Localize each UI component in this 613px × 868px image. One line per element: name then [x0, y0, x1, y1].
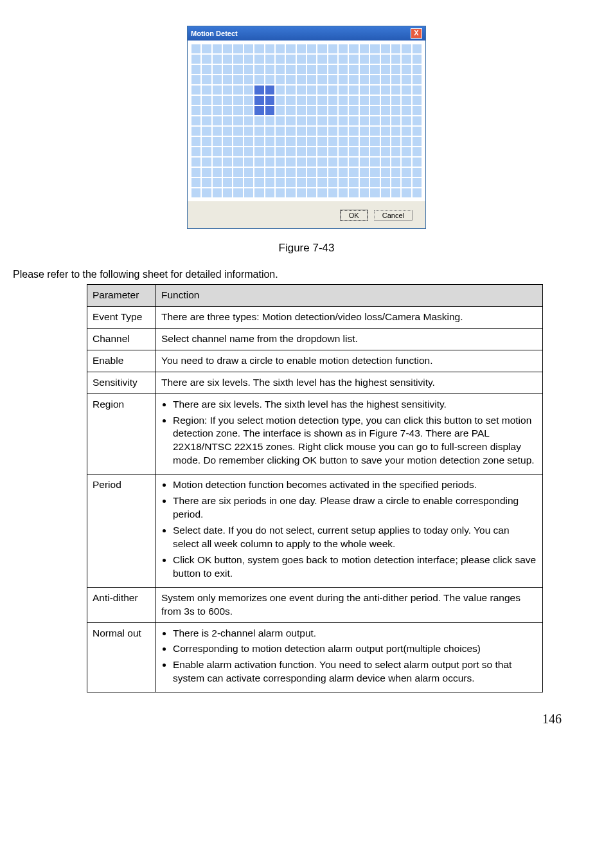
grid-cell[interactable] — [297, 158, 306, 167]
grid-cell[interactable] — [370, 55, 379, 64]
grid-cell[interactable] — [317, 86, 326, 95]
grid-cell[interactable] — [233, 168, 242, 177]
grid-cell[interactable] — [370, 106, 379, 115]
grid-cell[interactable] — [191, 168, 200, 177]
grid-cell[interactable] — [317, 178, 326, 187]
grid-cell[interactable] — [233, 86, 242, 95]
grid-cell[interactable] — [297, 188, 306, 197]
grid-cell[interactable] — [413, 116, 422, 125]
grid-cell[interactable] — [339, 116, 348, 125]
grid-cell[interactable] — [307, 116, 316, 125]
grid-cell[interactable] — [402, 137, 411, 146]
grid-cell[interactable] — [317, 137, 326, 146]
grid-cell[interactable] — [254, 65, 263, 74]
grid-cell[interactable] — [391, 188, 400, 197]
grid-cell[interactable] — [254, 116, 263, 125]
grid-cell[interactable] — [286, 116, 295, 125]
grid-cell[interactable] — [191, 158, 200, 167]
grid-cell[interactable] — [381, 55, 390, 64]
grid-cell[interactable] — [317, 188, 326, 197]
grid-cell[interactable] — [317, 44, 326, 53]
grid-cell[interactable] — [360, 127, 369, 136]
grid-cell[interactable] — [276, 55, 285, 64]
grid-cell[interactable] — [391, 44, 400, 53]
grid-cell[interactable] — [297, 127, 306, 136]
cancel-button[interactable]: Cancel — [374, 210, 413, 221]
grid-cell[interactable] — [317, 96, 326, 105]
grid-cell[interactable] — [360, 137, 369, 146]
grid-cell[interactable] — [265, 75, 274, 84]
grid-cell[interactable] — [391, 127, 400, 136]
grid-cell[interactable] — [191, 96, 200, 105]
grid-cell[interactable] — [286, 65, 295, 74]
grid-cell[interactable] — [213, 178, 222, 187]
grid-cell[interactable] — [254, 147, 263, 156]
grid-cell[interactable] — [191, 86, 200, 95]
grid-cell[interactable] — [254, 178, 263, 187]
grid-cell[interactable] — [202, 75, 211, 84]
grid-cell[interactable] — [381, 86, 390, 95]
grid-cell[interactable] — [254, 86, 263, 95]
grid-cell[interactable] — [360, 116, 369, 125]
grid-cell[interactable] — [381, 178, 390, 187]
grid-cell[interactable] — [317, 168, 326, 177]
grid-cell[interactable] — [191, 137, 200, 146]
grid-cell[interactable] — [328, 116, 337, 125]
grid-cell[interactable] — [213, 137, 222, 146]
grid-cell[interactable] — [213, 158, 222, 167]
grid-cell[interactable] — [317, 55, 326, 64]
grid-cell[interactable] — [286, 137, 295, 146]
grid-cell[interactable] — [360, 147, 369, 156]
grid-cell[interactable] — [307, 137, 316, 146]
grid-cell[interactable] — [233, 65, 242, 74]
grid-cell[interactable] — [265, 147, 274, 156]
grid-cell[interactable] — [413, 55, 422, 64]
grid-cell[interactable] — [223, 188, 232, 197]
grid-cell[interactable] — [265, 65, 274, 74]
grid-cell[interactable] — [254, 106, 263, 115]
grid-cell[interactable] — [265, 178, 274, 187]
grid-cell[interactable] — [223, 158, 232, 167]
grid-cell[interactable] — [328, 127, 337, 136]
grid-cell[interactable] — [191, 65, 200, 74]
grid-cell[interactable] — [349, 55, 358, 64]
grid-cell[interactable] — [233, 116, 242, 125]
grid-cell[interactable] — [402, 178, 411, 187]
grid-cell[interactable] — [286, 147, 295, 156]
grid-cell[interactable] — [286, 106, 295, 115]
grid-cell[interactable] — [381, 116, 390, 125]
grid-cell[interactable] — [286, 178, 295, 187]
grid-cell[interactable] — [339, 158, 348, 167]
grid-cell[interactable] — [307, 188, 316, 197]
grid-cell[interactable] — [339, 168, 348, 177]
grid-cell[interactable] — [339, 106, 348, 115]
grid-cell[interactable] — [202, 55, 211, 64]
grid-cell[interactable] — [413, 178, 422, 187]
grid-cell[interactable] — [297, 44, 306, 53]
grid-cell[interactable] — [349, 116, 358, 125]
grid-cell[interactable] — [360, 168, 369, 177]
grid-cell[interactable] — [339, 75, 348, 84]
grid-cell[interactable] — [391, 86, 400, 95]
grid-cell[interactable] — [213, 127, 222, 136]
grid-cell[interactable] — [349, 65, 358, 74]
grid-cell[interactable] — [276, 116, 285, 125]
grid-cell[interactable] — [233, 96, 242, 105]
grid-cell[interactable] — [233, 147, 242, 156]
grid-cell[interactable] — [317, 158, 326, 167]
grid-cell[interactable] — [328, 188, 337, 197]
grid-cell[interactable] — [413, 65, 422, 74]
grid-cell[interactable] — [244, 127, 253, 136]
grid-cell[interactable] — [265, 188, 274, 197]
grid-cell[interactable] — [244, 168, 253, 177]
grid-cell[interactable] — [370, 168, 379, 177]
grid-cell[interactable] — [297, 96, 306, 105]
grid-cell[interactable] — [349, 127, 358, 136]
grid-cell[interactable] — [213, 65, 222, 74]
grid-cell[interactable] — [360, 55, 369, 64]
grid-cell[interactable] — [213, 106, 222, 115]
grid-cell[interactable] — [339, 127, 348, 136]
motion-grid-area[interactable] — [188, 41, 425, 201]
grid-cell[interactable] — [191, 106, 200, 115]
grid-cell[interactable] — [307, 86, 316, 95]
